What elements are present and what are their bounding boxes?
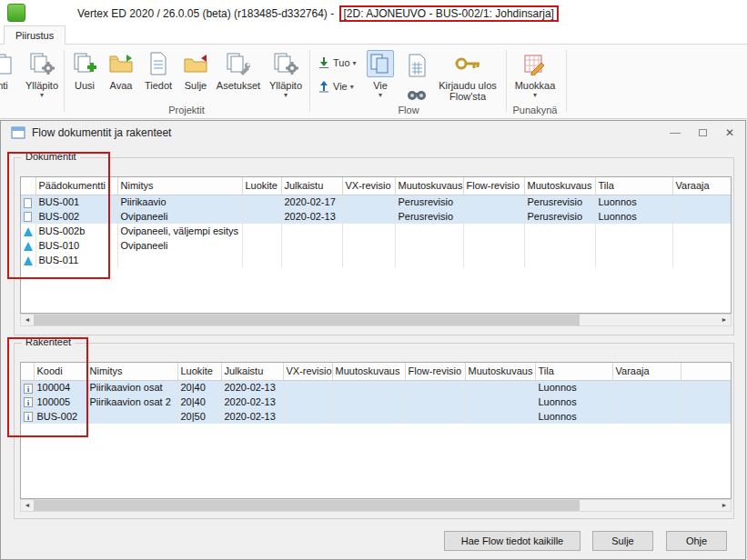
row-icon-cell: i [21, 395, 34, 409]
avaa-button[interactable]: Avaa [104, 47, 138, 104]
table-row[interactable]: i100005Piirikaavion osat 220|402020-02-1… [21, 395, 731, 409]
papers-gear-icon [22, 47, 62, 80]
cell [612, 395, 681, 409]
cell: Ovipaneeli [117, 209, 242, 224]
tiedot-button[interactable]: Tiedot [140, 47, 177, 104]
cell [395, 238, 463, 253]
document-grid-button[interactable] [402, 50, 433, 81]
tuo-button[interactable]: Tuo ▾ [315, 54, 359, 72]
documents-table: PäädokumenttiNimitysLuokiteJulkaistuVX-r… [21, 177, 732, 267]
cell: Luonnos [535, 409, 612, 424]
scroll-right-icon[interactable]: ► [718, 500, 731, 511]
column-header[interactable]: Nimitys [117, 177, 242, 195]
partial-ribbon-button[interactable]: nti [0, 47, 20, 104]
column-header[interactable]: Muutoskuvaus [465, 363, 535, 380]
scrollbar-thumb[interactable] [34, 315, 580, 325]
column-header[interactable]: Flow-revisio [463, 177, 524, 195]
column-header[interactable]: Flow-revisio [405, 363, 465, 380]
cell [463, 195, 524, 209]
sulje-button[interactable]: Sulje [592, 531, 653, 551]
column-header[interactable]: VX-revisio [342, 177, 395, 195]
cell: BUS-002b [35, 224, 117, 238]
table-row[interactable]: BUS-002Ovipaneeli2020-02-13PerusrevisioP… [21, 209, 731, 224]
column-header[interactable]: Koodi [34, 363, 86, 380]
cell [242, 195, 281, 209]
column-header[interactable]: Luokite [177, 363, 221, 380]
column-header[interactable]: Varaaja [672, 177, 731, 195]
column-header[interactable] [21, 363, 34, 380]
dialog-titlebar[interactable]: Flow dokumentit ja rakenteet — ✕ [1, 121, 745, 145]
scroll-left-icon[interactable]: ◄ [21, 500, 34, 511]
app-icon[interactable] [7, 4, 25, 22]
muokkaa-button[interactable]: Muokkaa ▾ [511, 47, 559, 104]
export-documents-icon [367, 50, 394, 77]
sulje-ribbon-button[interactable]: Sulje [178, 47, 213, 104]
cell [342, 195, 395, 209]
vie-button[interactable]: Vie ▾ [362, 47, 399, 104]
close-button[interactable]: ✕ [716, 121, 743, 145]
documents-hscrollbar[interactable]: ◄ ► [20, 314, 732, 326]
cell [283, 395, 332, 409]
column-header[interactable]: Muutoskuvaus [332, 363, 405, 380]
column-header[interactable]: Tila [595, 177, 672, 195]
search-button[interactable] [404, 86, 429, 103]
cell: Luonnos [595, 209, 672, 224]
column-header[interactable]: Muutoskuvaus [395, 177, 463, 195]
ribbon-group-flow: Flow [313, 105, 504, 115]
model-icon [24, 256, 33, 265]
cell: BUS-001 [35, 195, 117, 209]
chevron-down-icon: ▾ [350, 83, 354, 91]
table-row[interactable]: BUS-001Piirikaavio2020-02-17Perusrevisio… [21, 195, 731, 209]
ribbon-group-punakyna: Punakynä [500, 105, 570, 115]
cell: Luonnos [595, 195, 672, 209]
cell: Ovipaneeli [117, 238, 242, 253]
chevron-down-icon: ▾ [362, 91, 399, 99]
app-titlebar: Vertex ED 2020 / 26.0.05 (beta) (r183485… [0, 0, 747, 44]
column-header[interactable]: Päädokumentti [35, 177, 117, 195]
cell [242, 209, 281, 224]
scrollbar-thumb[interactable] [34, 500, 580, 511]
structures-hscrollbar[interactable]: ◄ ► [20, 499, 732, 512]
table-row[interactable]: i100004Piirikaavion osat20|402020-02-13L… [21, 380, 731, 395]
cell [524, 238, 595, 253]
ohje-button[interactable]: Ohje [666, 531, 727, 551]
maximize-button[interactable] [689, 121, 716, 145]
table-row[interactable]: BUS-002bOvipaneeli, väljempi esitys [21, 224, 731, 238]
scroll-right-icon[interactable]: ► [718, 315, 731, 325]
structures-table-wrapper: KoodiNimitysLuokiteJulkaistuVX-revisioMu… [20, 362, 732, 499]
table-row[interactable]: BUS-010Ovipaneeli [21, 238, 731, 253]
column-header[interactable]: Muutoskuvaus [524, 177, 595, 195]
vie-small-button[interactable]: Vie ▾ [315, 77, 357, 95]
column-header[interactable]: Julkaistu [281, 177, 342, 195]
rakenteet-groupbox: Rakenteet KoodiNimitysLuokiteJulkaistuVX… [14, 343, 734, 519]
uusi-button[interactable]: Uusi [67, 47, 102, 104]
yllapito-button-left[interactable]: Ylläpito ▾ [22, 47, 62, 104]
cell [524, 253, 595, 267]
column-header[interactable]: Tila [535, 363, 612, 380]
cell [342, 209, 395, 224]
table-row[interactable]: BUS-011 [21, 253, 731, 267]
table-row[interactable]: iBUS-00220|502020-02-13Luonnos [21, 409, 731, 424]
column-header[interactable]: Varaaja [612, 363, 681, 380]
asetukset-button[interactable]: Asetukset [215, 47, 262, 104]
minimize-button[interactable]: — [661, 121, 689, 145]
column-header[interactable] [21, 177, 35, 195]
scroll-left-icon[interactable]: ◄ [21, 315, 34, 325]
papers-icon [0, 47, 20, 80]
open-folder-icon [104, 47, 138, 80]
column-header[interactable] [681, 363, 731, 380]
cell [595, 238, 672, 253]
cell [342, 253, 395, 267]
cell [463, 238, 524, 253]
column-header[interactable]: Julkaistu [221, 363, 283, 380]
row-icon-cell [21, 238, 35, 253]
hae-flow-tiedot-button[interactable]: Hae Flow tiedot kaikille [444, 531, 580, 551]
tab-piirustus[interactable]: Piirustus [4, 25, 66, 45]
cell [672, 253, 731, 267]
column-header[interactable]: Nimitys [86, 363, 177, 380]
column-header[interactable]: Luokite [242, 177, 281, 195]
kirjaudu-ulos-button[interactable]: Kirjaudu ulos Flow'sta [435, 47, 500, 104]
yllapito-button-projektit[interactable]: Ylläpito ▾ [264, 47, 308, 104]
column-header[interactable]: VX-revisio [283, 363, 332, 380]
model-icon [24, 227, 33, 236]
